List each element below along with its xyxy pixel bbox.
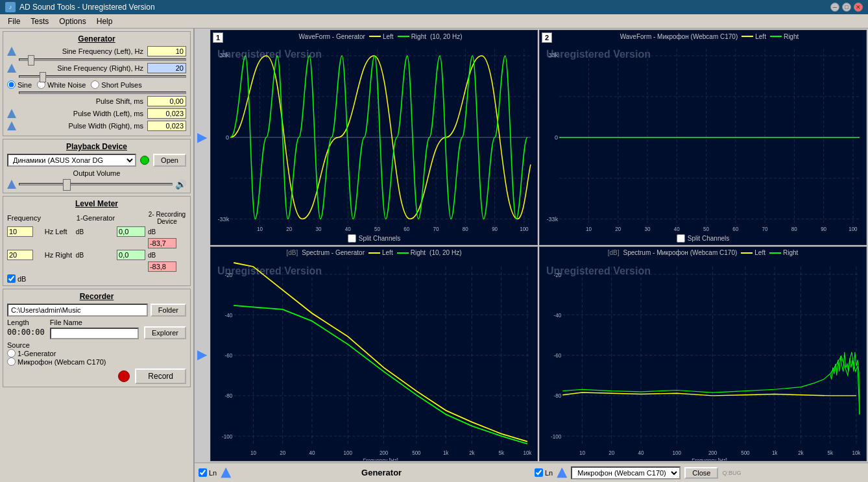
svg-text:5k: 5k xyxy=(827,449,833,456)
folder-button[interactable]: Folder xyxy=(151,304,186,317)
pulse-shift-row: Pulse Shift, ms xyxy=(7,96,186,106)
chart1-header: WaveForm - Generator Left Right (10, 20 … xyxy=(211,30,537,42)
pulse-width-right-input[interactable] xyxy=(147,121,186,131)
db-checkbox-label[interactable]: dB xyxy=(7,274,186,283)
volume-slider-icon xyxy=(7,180,16,189)
playback-status-indicator xyxy=(140,156,149,165)
app-icon: ♪ xyxy=(5,2,16,12)
sine-freq-left-input[interactable]: 10 xyxy=(147,46,186,56)
svg-text:70: 70 xyxy=(762,226,768,232)
svg-text:100: 100 xyxy=(673,449,681,456)
freq-left-slider[interactable] xyxy=(28,55,34,66)
freq-right-slider[interactable] xyxy=(40,72,46,82)
svg-text:-80: -80 xyxy=(225,392,233,399)
chart1-footer: Split Channels xyxy=(211,233,537,245)
pulse-width-left-input[interactable] xyxy=(147,108,186,119)
svg-text:60: 60 xyxy=(732,226,738,232)
record-row: Record xyxy=(7,368,186,384)
rec-left-db[interactable] xyxy=(148,238,176,248)
chart2-split-checkbox[interactable] xyxy=(677,234,685,243)
svg-text:0: 0 xyxy=(555,134,558,141)
ln-checkbox-2[interactable] xyxy=(535,468,543,477)
playback-title: Playback Device xyxy=(7,142,186,151)
maximize-button[interactable]: □ xyxy=(842,3,851,12)
pulse-shift-input[interactable] xyxy=(147,96,186,106)
close-button-chart4[interactable]: Close xyxy=(684,467,718,479)
gen-right-db[interactable] xyxy=(117,250,145,260)
volume-row: 🔊 xyxy=(7,178,186,190)
record-indicator xyxy=(118,370,130,382)
menu-file[interactable]: File xyxy=(3,16,25,27)
record-button[interactable]: Record xyxy=(135,368,186,384)
svg-text:20: 20 xyxy=(286,226,292,232)
freq-left-value[interactable] xyxy=(7,226,33,237)
svg-text:10: 10 xyxy=(586,226,592,232)
col2-header: 2- RecordingDevice xyxy=(148,211,186,225)
svg-text:1k: 1k xyxy=(772,449,778,456)
ln-check-2[interactable]: Ln xyxy=(535,468,553,477)
chart2-container: 2 WaveForm - Микрофон (Webcam C170) Left… xyxy=(539,30,867,245)
nav-arrow-down-1[interactable]: ▶ xyxy=(197,346,207,362)
gen-left-db[interactable] xyxy=(117,226,145,237)
rec-right-db[interactable] xyxy=(148,261,176,272)
chart3-nav-arrow[interactable] xyxy=(221,468,231,478)
charts-grid: 1 WaveForm - Generator Left Right (10, 2… xyxy=(209,29,868,463)
ln-checkbox-1[interactable] xyxy=(199,468,207,477)
chart4-nav-arrow[interactable] xyxy=(557,468,567,478)
chart3-bottom: Ln Generator xyxy=(199,468,528,478)
db-checkbox[interactable] xyxy=(7,274,16,283)
chart4-device-dropdown[interactable]: Микрофон (Webcam C170) xyxy=(571,466,681,479)
chart2-number: 2 xyxy=(542,32,552,43)
generator-section: Generator Sine Frequency (Left), Hz 10 S… xyxy=(3,31,191,136)
ln-check-1[interactable]: Ln xyxy=(199,468,217,477)
source-radio-mic[interactable]: Микрофон (Webcam C170) xyxy=(7,357,186,366)
svg-text:90: 90 xyxy=(821,226,826,232)
volume-slider[interactable] xyxy=(19,178,173,190)
svg-text:10: 10 xyxy=(257,226,263,232)
chart1-number: 1 xyxy=(213,32,223,43)
close-button[interactable]: ✕ xyxy=(854,3,863,12)
svg-text:2k: 2k xyxy=(469,449,475,456)
db-checkbox-row: dB xyxy=(7,274,186,283)
svg-text:1k: 1k xyxy=(443,449,449,456)
freq-header: Frequency xyxy=(7,214,42,222)
svg-text:80: 80 xyxy=(791,226,797,232)
svg-text:500: 500 xyxy=(412,449,420,456)
nav-arrow-up-1[interactable]: ▶ xyxy=(197,129,207,145)
menu-help[interactable]: Help xyxy=(91,16,118,27)
minimize-button[interactable]: ─ xyxy=(830,3,839,12)
svg-text:-20: -20 xyxy=(554,271,562,278)
level-meter-title: Level Meter xyxy=(7,199,186,208)
chart2-header: WaveForm - Микрофон (Webcam C170) Left R… xyxy=(540,30,866,42)
radio-sine[interactable]: Sine xyxy=(7,80,32,89)
path-row: Folder xyxy=(7,304,186,317)
chart3-plot: -20 -40 -60 -80 -100 10 20 xyxy=(211,259,537,461)
bottom-watermark: Q:BUG xyxy=(722,470,741,476)
pulse-width-left-row: Pulse Width (Left), ms xyxy=(7,108,186,119)
svg-text:200: 200 xyxy=(380,449,388,456)
svg-text:10: 10 xyxy=(579,449,585,456)
freq-right-value[interactable] xyxy=(7,250,33,260)
svg-text:10: 10 xyxy=(250,449,256,456)
chart1-split-checkbox[interactable] xyxy=(348,234,356,243)
playback-device-select[interactable]: Динамики (ASUS Xonar DG xyxy=(7,154,136,167)
slider-icon-2 xyxy=(7,64,16,73)
svg-text:100: 100 xyxy=(849,226,858,232)
path-input[interactable] xyxy=(7,304,148,317)
playback-device-row: Динамики (ASUS Xonar DG Open xyxy=(7,154,186,167)
menu-options[interactable]: Options xyxy=(54,16,91,27)
svg-rect-93 xyxy=(540,259,866,461)
source-radio-generator[interactable]: 1-Generator xyxy=(7,349,186,357)
svg-text:70: 70 xyxy=(433,226,439,232)
radio-short-pulses[interactable]: Short Pulses xyxy=(91,80,141,89)
svg-text:30: 30 xyxy=(316,226,322,232)
svg-text:-20: -20 xyxy=(225,271,233,278)
filename-input[interactable] xyxy=(50,328,139,339)
svg-text:100: 100 xyxy=(344,449,352,456)
explorer-button[interactable]: Explorer xyxy=(144,326,186,339)
menu-tests[interactable]: Tests xyxy=(25,16,54,27)
length-filename-row: Length 00:00:00 File Name Explorer xyxy=(7,319,186,339)
svg-text:40: 40 xyxy=(638,449,644,456)
open-button[interactable]: Open xyxy=(153,154,186,167)
sine-freq-right-input[interactable]: 20 xyxy=(147,63,186,73)
